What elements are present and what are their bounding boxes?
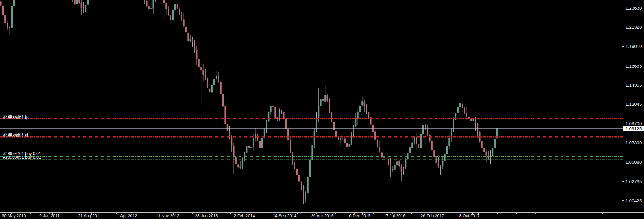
candle	[446, 146, 448, 154]
candle	[440, 166, 441, 167]
date-axis-minor-tick	[383, 213, 383, 214]
candle	[261, 138, 263, 148]
candle	[242, 160, 243, 166]
candle	[448, 138, 450, 146]
candle	[190, 39, 191, 41]
candle	[349, 144, 350, 147]
candle	[492, 148, 493, 156]
date-axis-minor-tick	[583, 213, 583, 214]
date-axis-minor-tick	[574, 213, 574, 214]
candle	[457, 107, 459, 113]
candle	[74, 0, 76, 4]
candle	[205, 75, 206, 79]
date-axis-minor-tick	[269, 213, 269, 214]
candle	[483, 148, 485, 152]
chart-plot-area[interactable]	[0, 0, 623, 213]
date-axis-minor-tick	[192, 213, 193, 214]
candle	[274, 107, 276, 118]
date-axis-minor-tick	[612, 213, 612, 214]
candle	[250, 147, 252, 148]
candle	[386, 158, 387, 158]
candle	[253, 138, 254, 147]
candle	[183, 19, 185, 26]
candle	[427, 130, 428, 135]
candle	[177, 4, 178, 9]
candle	[213, 79, 215, 85]
candle	[468, 117, 470, 119]
current-price-value: 1.09125	[626, 126, 642, 131]
candle	[361, 101, 363, 106]
candle	[459, 103, 461, 107]
date-axis-minor-tick	[183, 213, 183, 214]
price-axis-tick	[622, 8, 624, 8]
candle	[174, 4, 176, 10]
candle	[496, 128, 498, 138]
candle	[438, 163, 439, 167]
date-axis-minor-tick	[230, 213, 231, 214]
candle	[374, 131, 376, 139]
candle	[296, 169, 298, 175]
candle	[83, 8, 84, 12]
candle	[311, 145, 313, 160]
candle	[431, 141, 433, 150]
date-axis-minor-tick	[621, 213, 621, 214]
date-axis-label: 17 Jul 2016	[384, 213, 405, 218]
candle	[327, 95, 328, 101]
price-axis-tick	[622, 143, 624, 143]
candle	[144, 0, 145, 1]
price-axis-tick	[622, 27, 624, 27]
candle	[366, 105, 367, 112]
candle	[455, 113, 456, 120]
candle	[246, 146, 247, 153]
candle	[187, 33, 189, 42]
candle	[403, 168, 404, 172]
date-axis-border	[0, 212, 644, 213]
candle	[194, 43, 195, 50]
candle	[390, 164, 391, 169]
candle	[87, 0, 89, 5]
candle	[409, 147, 411, 153]
candle	[168, 9, 169, 15]
candle	[364, 102, 365, 106]
candle	[368, 112, 369, 118]
price-axis-label: 1.02735	[626, 179, 642, 184]
candle	[340, 138, 341, 140]
candle	[150, 8, 152, 9]
candle	[294, 162, 295, 169]
candle	[481, 141, 483, 148]
date-axis-minor-tick	[450, 213, 450, 214]
candle	[462, 104, 463, 108]
date-axis-label: 6 Dec 2015	[349, 213, 371, 218]
price-axis-tick	[622, 85, 624, 85]
date-axis-label: 26 Feb 2017	[421, 213, 444, 218]
candle	[418, 144, 419, 148]
price-axis-label: 1.19010	[626, 44, 642, 49]
candle	[344, 139, 346, 143]
candle	[81, 3, 82, 8]
candle	[163, 0, 165, 3]
price-axis-tick	[622, 162, 624, 162]
candles-layer	[0, 0, 498, 204]
date-axis-minor-tick	[602, 213, 603, 214]
candle	[218, 76, 219, 82]
candle	[211, 85, 213, 93]
candle	[222, 94, 224, 106]
candle	[329, 101, 330, 112]
candle	[172, 10, 174, 21]
candle	[485, 152, 487, 156]
candle	[379, 147, 380, 152]
candle	[200, 67, 202, 70]
candle	[425, 124, 426, 130]
date-axis-minor-tick	[307, 213, 307, 214]
date-axis-label: 30 May 2010	[2, 213, 26, 218]
price-axis-tick	[622, 46, 624, 47]
candle	[248, 146, 250, 148]
price-axis-label: 1.14355	[626, 83, 642, 88]
candle	[307, 177, 309, 193]
candle	[322, 99, 324, 101]
price-axis-border	[623, 0, 623, 213]
price-axis-label: 1.07390	[626, 140, 642, 145]
date-axis-minor-tick	[411, 213, 412, 214]
candle	[4, 15, 6, 23]
date-axis-minor-tick	[30, 213, 31, 214]
